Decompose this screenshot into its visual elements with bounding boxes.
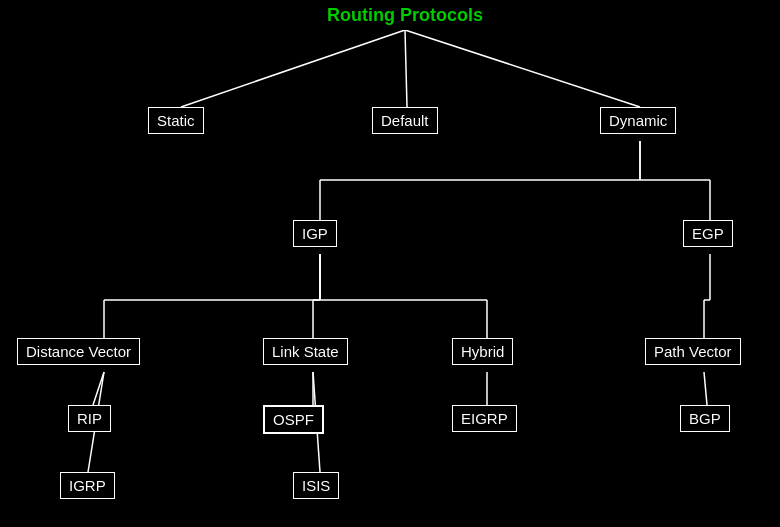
svg-line-2 bbox=[405, 30, 640, 107]
distance-vector-node: Distance Vector bbox=[17, 338, 140, 365]
ospf-node: OSPF bbox=[263, 405, 324, 434]
igp-node: IGP bbox=[293, 220, 337, 247]
svg-line-0 bbox=[181, 30, 405, 107]
rip-node: RIP bbox=[68, 405, 111, 432]
svg-line-1 bbox=[405, 30, 407, 107]
svg-line-26 bbox=[704, 372, 707, 405]
egp-node: EGP bbox=[683, 220, 733, 247]
bgp-node: BGP bbox=[680, 405, 730, 432]
link-state-node: Link State bbox=[263, 338, 348, 365]
path-vector-node: Path Vector bbox=[645, 338, 741, 365]
svg-line-21 bbox=[93, 372, 104, 405]
hybrid-node: Hybrid bbox=[452, 338, 513, 365]
eigrp-node: EIGRP bbox=[452, 405, 517, 432]
isis-node: ISIS bbox=[293, 472, 339, 499]
dynamic-node: Dynamic bbox=[600, 107, 676, 134]
igrp-node: IGRP bbox=[60, 472, 115, 499]
page-title: Routing Protocols bbox=[297, 0, 513, 30]
connection-lines bbox=[0, 0, 780, 527]
default-node: Default bbox=[372, 107, 438, 134]
static-node: Static bbox=[148, 107, 204, 134]
